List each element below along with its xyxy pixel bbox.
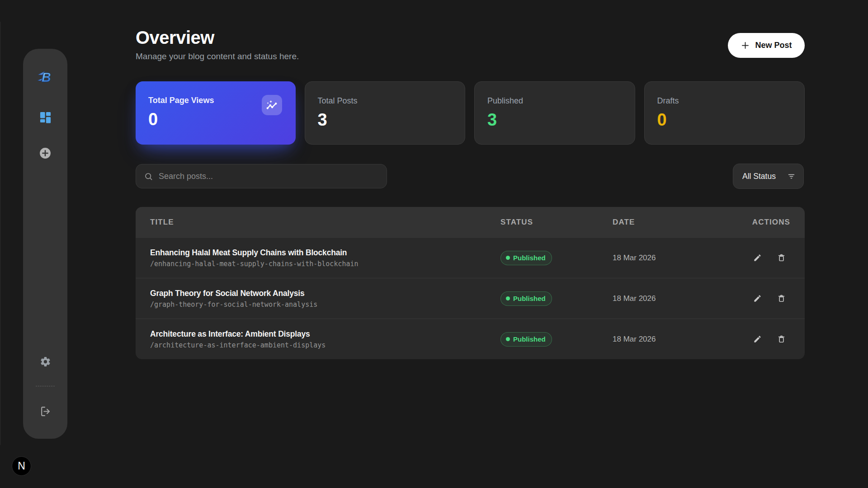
stat-value: 3	[487, 111, 622, 128]
post-slug: /enhancing-halal-meat-supply-chains-with…	[150, 260, 500, 268]
status-filter-label: All Status	[742, 172, 776, 181]
stat-label: Total Posts	[318, 97, 453, 106]
sidebar-item-new-post[interactable]	[39, 147, 51, 159]
status-text: Published	[513, 335, 546, 343]
sidebar-divider	[36, 386, 55, 386]
stat-label: Drafts	[657, 97, 792, 106]
table-header-row: TITLE STATUS DATE ACTIONS	[136, 207, 805, 237]
page-title: Overview	[136, 28, 214, 47]
trending-sparkline-icon	[266, 99, 278, 111]
sidebar: B	[23, 49, 67, 439]
post-slug: /architecture-as-interface-ambient-displ…	[150, 341, 500, 349]
status-dot	[506, 337, 510, 341]
column-header-title: TITLE	[136, 218, 500, 227]
column-header-status: STATUS	[500, 218, 613, 227]
table-row: Architecture as Interface: Ambient Displ…	[136, 319, 805, 359]
pencil-icon	[753, 335, 762, 343]
edit-post-button[interactable]	[753, 253, 762, 262]
status-text: Published	[513, 254, 546, 262]
table-row: Graph Theory for Social Network Analysis…	[136, 278, 805, 319]
stat-label: Published	[487, 97, 622, 106]
post-title: Graph Theory for Social Network Analysis	[150, 288, 500, 299]
status-badge: Published	[500, 332, 552, 347]
status-text: Published	[513, 295, 546, 302]
edit-post-button[interactable]	[753, 294, 762, 303]
edit-post-button[interactable]	[753, 335, 762, 343]
new-post-button[interactable]: New Post	[728, 33, 805, 58]
stat-value: 3	[318, 111, 453, 128]
app-logo[interactable]: B	[37, 69, 53, 85]
app-window: B	[0, 0, 868, 488]
dev-badge-letter: N	[18, 460, 25, 472]
status-filter-dropdown[interactable]: All Status	[733, 164, 804, 189]
search-input[interactable]	[159, 172, 378, 181]
column-header-date: DATE	[613, 218, 730, 227]
delete-post-button[interactable]	[777, 335, 786, 343]
sidebar-item-logout[interactable]	[40, 406, 51, 417]
logo-b-icon: B	[37, 68, 53, 86]
trash-icon	[777, 253, 786, 262]
stat-card-total-posts[interactable]: Total Posts 3	[305, 81, 466, 145]
dashboard-icon	[39, 111, 52, 123]
delete-post-button[interactable]	[777, 294, 786, 303]
sidebar-item-dashboard[interactable]	[39, 111, 52, 123]
delete-post-button[interactable]	[777, 253, 786, 262]
sidebar-item-settings[interactable]	[40, 356, 51, 367]
status-dot	[506, 256, 510, 260]
nextjs-dev-badge[interactable]: N	[12, 456, 31, 476]
status-badge: Published	[500, 291, 552, 306]
status-dot	[506, 296, 510, 300]
page-subtitle: Manage your blog content and status here…	[136, 52, 299, 61]
trending-chip	[262, 95, 282, 115]
stat-card-published[interactable]: Published 3	[474, 81, 635, 145]
post-slug: /graph-theory-for-social-network-analysi…	[150, 300, 500, 309]
stats-row: Total Page Views 0	[136, 81, 805, 145]
post-title: Enhancing Halal Meat Supply Chains with …	[150, 248, 500, 258]
stat-card-total-page-views[interactable]: Total Page Views 0	[136, 81, 296, 145]
page-edge-divider	[0, 22, 1, 445]
gear-icon	[40, 356, 51, 367]
posts-table: TITLE STATUS DATE ACTIONS Enhancing Hala…	[136, 207, 805, 359]
search-icon	[144, 172, 153, 181]
post-date: 18 Mar 2026	[613, 335, 656, 343]
trash-icon	[777, 294, 786, 303]
new-post-label: New Post	[755, 41, 792, 50]
add-circle-icon	[39, 147, 51, 159]
stat-value: 0	[148, 111, 283, 128]
pencil-icon	[753, 294, 762, 303]
logout-icon	[40, 406, 51, 417]
status-badge: Published	[500, 251, 552, 265]
stat-value: 0	[657, 111, 792, 128]
post-title: Architecture as Interface: Ambient Displ…	[150, 329, 500, 339]
search-box	[136, 164, 387, 188]
filter-icon	[787, 172, 796, 181]
table-row: Enhancing Halal Meat Supply Chains with …	[136, 237, 805, 278]
post-date: 18 Mar 2026	[613, 253, 656, 262]
column-header-actions: ACTIONS	[730, 218, 805, 227]
pencil-icon	[753, 253, 762, 262]
stat-card-drafts[interactable]: Drafts 0	[644, 81, 805, 145]
svg-text:B: B	[42, 70, 51, 84]
post-date: 18 Mar 2026	[613, 294, 656, 303]
plus-icon	[741, 41, 750, 50]
trash-icon	[777, 335, 786, 343]
